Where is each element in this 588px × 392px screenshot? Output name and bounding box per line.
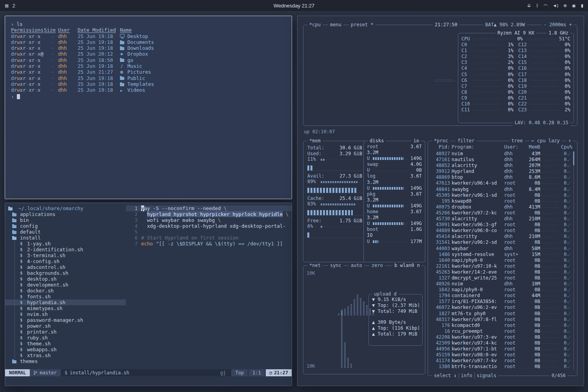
terminal-window[interactable]: › ls Permissions Size User Date Modified… [5, 16, 292, 199]
proc-scrollbar[interactable] [573, 151, 574, 370]
apps-grid-icon[interactable]: ▦ [5, 3, 9, 8]
tree-item[interactable]: power.sh [5, 323, 126, 329]
process-row[interactable]: 45414alacrittydhh210M0.0 [432, 234, 570, 240]
proc-sort-label[interactable]: tree [510, 138, 525, 144]
process-row[interactable]: 45266kworker/u97:2-kcroot0B0.0 [432, 210, 570, 216]
sort-program[interactable]: Program: [452, 144, 503, 150]
tree-item[interactable]: docker.sh [5, 288, 126, 294]
process-row[interactable]: 176kcompactd0root0B0.0 [432, 323, 570, 328]
process-row[interactable]: 45730alacrittydhh210M0.0 [432, 216, 570, 222]
process-row[interactable]: 42309kworker/u97:4-kcroot0B0.0 [432, 340, 570, 346]
tree-item[interactable]: install [5, 235, 126, 241]
prompt-line-2[interactable]: › [11, 94, 286, 100]
process-row[interactable]: 42208kworker/u97:3-evroot0B0.0 [432, 334, 570, 340]
cpu-box-label[interactable]: menu [328, 22, 343, 28]
process-row[interactable]: 45305kworker/u96:1-sdroot0B0.0 [432, 192, 570, 198]
tree-item[interactable]: config [5, 223, 126, 229]
tree-item[interactable]: themes [5, 358, 126, 364]
tree-item[interactable]: hyprlandia.sh [5, 299, 126, 305]
sort-pid[interactable]: Pid: [432, 144, 450, 150]
net-interface[interactable]: b wlan0 n [392, 263, 422, 269]
process-row[interactable]: 41174kworker/u97:7-kvroot0B0.0 [432, 358, 570, 364]
tree-item[interactable]: ruby.sh [5, 335, 126, 341]
tree-item[interactable]: password-manager.sh [5, 317, 126, 323]
process-row[interactable]: 44003waybardhh58M0.0 [432, 246, 570, 252]
proc-sort-label[interactable]: ↑ [566, 138, 573, 144]
tree-item[interactable]: fonts.sh [5, 294, 126, 299]
process-row[interactable]: 31541kworker/u96:2-sdroot0B0.0 [432, 240, 570, 245]
process-row[interactable]: 47613kworker/u96:4-sdroot0B0.0 [432, 180, 570, 186]
tree-item[interactable]: xtras.sh [5, 352, 126, 358]
process-row[interactable]: 45263kworker/14:2-everoot0B0.0 [432, 269, 570, 275]
tree-item[interactable]: development.sh [5, 282, 126, 288]
cpu-box-label[interactable]: preset * [349, 22, 376, 28]
process-row[interactable]: 48926nvimdhh10M0.0 [432, 281, 570, 287]
net-box-label[interactable]: *net [307, 263, 323, 269]
tree-item[interactable]: webapps.sh [5, 347, 126, 352]
process-row[interactable]: 48317kworker/u97:8-flroot0B0.0 [432, 317, 570, 323]
proc-sort-label[interactable]: ← cpu lazy [530, 138, 562, 144]
tree-item[interactable]: bin [5, 217, 126, 223]
proc-action[interactable]: signals [475, 373, 499, 379]
process-row[interactable]: 1577irq/81-PIXA3854:root0B0.0 [432, 299, 570, 305]
process-row[interactable]: 1640napi/phy0-0root0B0.0 [432, 258, 570, 263]
proc-action[interactable]: select ↕ [432, 373, 459, 379]
tree-item[interactable]: 4-config.sh [5, 258, 126, 264]
process-row[interactable]: 1327dmcrypt_write/25root0B0.0 [432, 275, 570, 281]
process-row[interactable]: 195kswapd0root0B0.0 [432, 198, 570, 204]
process-row[interactable]: 1380btrfs-transactioroot0B0.0 [432, 364, 570, 370]
battery-icon[interactable]: ▮ [581, 3, 583, 8]
cpu-box-label[interactable]: *cpu [307, 22, 323, 28]
io-toggle[interactable]: io [412, 138, 421, 144]
editor-pane[interactable]: 1yay -S --noconfirm --needed \2 hyprland… [126, 203, 292, 386]
tree-item[interactable]: mimetypes.sh [5, 305, 126, 311]
process-row[interactable]: 48869btopdhh8.6M0.0 [432, 174, 570, 180]
tree-item[interactable]: theme.sh [5, 341, 126, 347]
tree-item[interactable]: 3-terminal.sh [5, 252, 126, 258]
mem-box-title[interactable]: *mem [307, 138, 323, 144]
process-row[interactable]: 1486systemd-resolvesyst+15M0.0 [432, 252, 570, 258]
disks-title[interactable]: disks [368, 138, 386, 144]
update-interval[interactable]: - 2000ms + [542, 22, 574, 28]
tree-item[interactable]: backgrounds.sh [5, 270, 126, 276]
proc-action[interactable]: info [459, 373, 475, 379]
process-row[interactable]: 39912Hyprlanddhh253M0.0 [432, 169, 570, 174]
tree-item[interactable]: desktop.sh [5, 276, 126, 282]
bluetooth-icon[interactable]: ᛒ [536, 3, 539, 8]
sort-memb[interactable]: MemB [524, 144, 540, 150]
btop-window[interactable]: *cpumenupreset * 21:27:50 BAT▲ 98% 2.89W… [297, 16, 584, 386]
process-row[interactable]: 44956kworker/u97:1-btroot0B0.0 [432, 346, 570, 352]
process-row[interactable]: 47161nautilusdhh264M0.0 [432, 157, 570, 163]
tree-item[interactable]: default [5, 229, 126, 235]
process-row[interactable]: 1794containerdroot44M0.0 [432, 293, 570, 299]
volume-icon[interactable]: ◄) [553, 3, 559, 8]
process-row[interactable]: 40075dropboxdhh413M0.0 [432, 204, 570, 210]
tree-item[interactable]: 1-yay.sh [5, 241, 126, 247]
tree-root[interactable]: ~/.local/share/omarchy [5, 205, 126, 211]
process-row[interactable]: 1642napi/phy0-0root0B0.0 [432, 287, 570, 293]
tree-item[interactable]: printer.sh [5, 329, 126, 335]
process-row[interactable]: 46072kworker/u96:2-evroot0B0.0 [432, 305, 570, 310]
process-row[interactable]: 43091kworker/u96:3-gfroot0B0.0 [432, 222, 570, 228]
process-row[interactable]: 48852alacrittydhh207M0.0 [432, 163, 570, 169]
network-icon[interactable]: ⊕ [563, 3, 567, 8]
tree-item[interactable]: adscontrol.sh [5, 264, 126, 270]
process-row[interactable]: 48927nvimdhh43M0.0 [432, 151, 570, 157]
proc-box-label[interactable]: filter [456, 138, 476, 144]
sort-cpu[interactable]: Cpu% [560, 144, 572, 150]
net-box-label[interactable]: sync [328, 263, 343, 269]
process-row[interactable]: 22161kworker/u97:10-kroot0B0.0 [432, 263, 570, 269]
dropbox-icon[interactable]: ⇊ [527, 3, 531, 8]
nvim-window[interactable]: ~/.local/share/omarchy applicationsbinco… [5, 203, 292, 386]
upload-box-title[interactable]: upload d [372, 291, 399, 297]
proc-box-label[interactable]: *proc [432, 138, 450, 144]
process-row[interactable]: 44889kworker/u96:0-coroot0B0.0 [432, 228, 570, 234]
tree-item[interactable]: nvim.sh [5, 311, 126, 317]
process-row[interactable]: 1827mt76-tx phy0root0B0.0 [432, 311, 570, 317]
process-row[interactable]: 16rcu_preemptroot0B0.0 [432, 328, 570, 334]
workspace-indicator[interactable]: 2 [12, 3, 15, 9]
net-box-label[interactable]: auto [349, 263, 364, 269]
sort-user[interactable]: User: [504, 144, 523, 150]
wifi-icon[interactable]: ◠ [544, 3, 548, 8]
process-row[interactable]: 45159kworker/u98:0-evroot0B0.0 [432, 352, 570, 358]
